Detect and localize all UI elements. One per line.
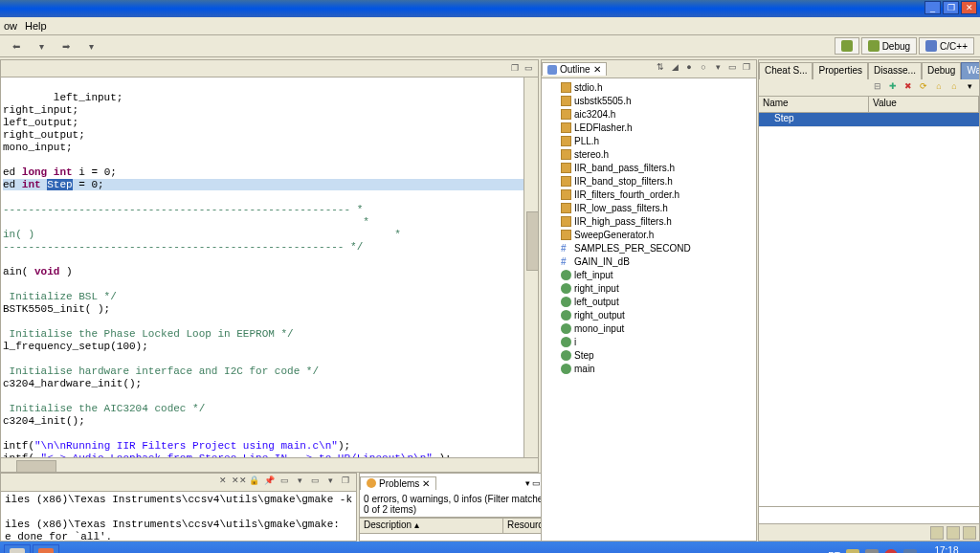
- include-icon: [561, 176, 571, 187]
- watch-tab[interactable]: Cheat S...: [759, 62, 813, 79]
- outline-item[interactable]: SAMPLES_PER_SECOND: [544, 241, 754, 254]
- outline-item[interactable]: right_output: [544, 308, 754, 321]
- perspective-ccpp[interactable]: C/C++: [919, 37, 974, 55]
- vertical-scrollbar[interactable]: [523, 77, 538, 457]
- watch-new-icon[interactable]: ⌂: [947, 81, 961, 95]
- tab-close-icon[interactable]: ✕: [422, 478, 430, 489]
- watch-tab[interactable]: Disasse...: [868, 62, 922, 79]
- tab-close-icon[interactable]: ✕: [593, 64, 601, 75]
- footer-btn2[interactable]: [947, 526, 960, 540]
- outline-max-icon[interactable]: ❐: [740, 62, 753, 76]
- tray-icon4[interactable]: [903, 549, 917, 553]
- watch-expression-input[interactable]: [759, 506, 979, 523]
- taskbar-app1[interactable]: [4, 544, 31, 553]
- variable-icon: [561, 337, 571, 347]
- console-new-icon[interactable]: ▾: [293, 476, 306, 489]
- watch-home-icon[interactable]: ⌂: [932, 81, 946, 95]
- outline-item[interactable]: IIR_band_pass_filters.h: [544, 161, 754, 174]
- outline-item[interactable]: IIR_high_pass_filters.h: [544, 214, 754, 228]
- outline-sort-icon[interactable]: ⇅: [654, 62, 667, 76]
- open-perspective-button[interactable]: [835, 37, 859, 55]
- nav-fwd-button[interactable]: ➡: [56, 37, 77, 55]
- tray-icon2[interactable]: [865, 549, 879, 553]
- outline-tab[interactable]: Outline ✕: [542, 62, 607, 76]
- tray-icon1[interactable]: [846, 549, 859, 553]
- console-lock-icon[interactable]: 🔒: [247, 476, 260, 489]
- outline-item[interactable]: IIR_band_stop_filters.h: [544, 174, 754, 188]
- footer-btn1[interactable]: [930, 526, 944, 540]
- remove-all-button[interactable]: ✕✕: [232, 476, 245, 489]
- tray-clock[interactable]: 17:1828/04/2015: [923, 545, 970, 553]
- view-min-icon[interactable]: ▭: [532, 478, 541, 488]
- outline-item[interactable]: stdio.h: [544, 80, 754, 94]
- outline-item[interactable]: IIR_filters_fourth_order.h: [544, 188, 754, 201]
- outline-item[interactable]: aic3204.h: [544, 107, 754, 121]
- outline-item[interactable]: mono_input: [544, 321, 754, 335]
- outline-item[interactable]: usbstk5505.h: [544, 94, 754, 107]
- problems-tab[interactable]: Problems ✕: [360, 476, 436, 490]
- col-name[interactable]: Name: [759, 97, 869, 112]
- nav-back-menu[interactable]: ▾: [31, 37, 52, 55]
- outline-filter1-icon[interactable]: ◢: [668, 62, 681, 76]
- outline-label: IIR_high_pass_filters.h: [574, 216, 672, 227]
- remove-button[interactable]: ✕: [216, 476, 230, 489]
- editor-minimize-icon[interactable]: ▭: [523, 63, 534, 75]
- editor-maximize-icon[interactable]: ❐: [509, 63, 521, 75]
- outline-item[interactable]: Step: [544, 348, 754, 362]
- outline-item[interactable]: SweepGenerator.h: [544, 228, 754, 241]
- perspective-debug[interactable]: Debug: [861, 37, 917, 55]
- include-icon: [561, 109, 571, 120]
- console-min-icon[interactable]: ▾: [323, 476, 337, 489]
- console-open-icon[interactable]: ▭: [308, 476, 322, 489]
- outline-item[interactable]: left_output: [544, 295, 754, 308]
- outline-menu-icon[interactable]: ▾: [711, 62, 724, 76]
- nav-back-button[interactable]: ⬅: [6, 37, 27, 55]
- view-max-icon[interactable]: ❐: [339, 476, 352, 489]
- console-display-icon[interactable]: ▭: [278, 476, 291, 489]
- horizontal-scrollbar[interactable]: [1, 457, 538, 472]
- watch-var-name: Step: [759, 113, 875, 126]
- view-menu-icon[interactable]: ▾: [525, 478, 530, 488]
- console-output[interactable]: iles (x86)\Texas Instruments\ccsv4\utils…: [1, 492, 356, 541]
- outline-filter3-icon[interactable]: ○: [697, 62, 710, 76]
- outline-item[interactable]: GAIN_IN_dB: [544, 254, 754, 268]
- watch-collapse-icon[interactable]: ⊟: [871, 81, 884, 95]
- watch-add-icon[interactable]: ✚: [886, 81, 900, 95]
- maximize-button[interactable]: ❐: [943, 1, 959, 14]
- close-button[interactable]: ✕: [961, 1, 977, 14]
- minimize-button[interactable]: _: [924, 1, 941, 14]
- col-value[interactable]: Value: [869, 97, 979, 112]
- col-description[interactable]: Description ▴: [360, 519, 503, 533]
- watch-tab[interactable]: Watch (1) ✕: [961, 62, 979, 79]
- define-icon: [561, 256, 571, 267]
- tray-icon3[interactable]: [884, 549, 898, 553]
- outline-item[interactable]: main: [544, 362, 754, 375]
- outline-tree[interactable]: stdio.husbstk5505.haic3204.hLEDFlasher.h…: [542, 78, 756, 541]
- taskbar-app2[interactable]: [33, 544, 59, 553]
- watch-menu-icon[interactable]: ▾: [963, 81, 976, 95]
- watch-tab[interactable]: Debug: [922, 62, 961, 79]
- code-editor[interactable]: ❐ ▭ left_input; right_input; left_output…: [0, 59, 539, 473]
- menu-window[interactable]: ow: [4, 20, 17, 32]
- outline-item[interactable]: stereo.h: [544, 147, 754, 161]
- outline-min-icon[interactable]: ▭: [725, 62, 739, 76]
- watch-remove-icon[interactable]: ✖: [902, 81, 915, 95]
- outline-filter2-icon[interactable]: ●: [682, 62, 696, 76]
- include-icon: [561, 230, 571, 240]
- outline-item[interactable]: LEDFlasher.h: [544, 121, 754, 134]
- outline-item[interactable]: right_input: [544, 281, 754, 295]
- code-content[interactable]: left_input; right_input; left_output; ri…: [1, 77, 538, 457]
- console-pin-icon[interactable]: 📌: [262, 476, 276, 489]
- problems-table[interactable]: Description ▴ Resource: [360, 518, 553, 541]
- watch-refresh-icon[interactable]: ⟳: [917, 81, 930, 95]
- outline-item[interactable]: PLL.h: [544, 134, 754, 147]
- menu-help[interactable]: Help: [25, 20, 47, 32]
- outline-item[interactable]: left_input: [544, 268, 754, 281]
- outline-item[interactable]: i: [544, 335, 754, 348]
- watch-table[interactable]: Name Value Step: [759, 97, 979, 506]
- nav-fwd-menu[interactable]: ▾: [80, 37, 101, 55]
- footer-btn3[interactable]: [963, 526, 976, 540]
- watch-tab[interactable]: Properties: [813, 62, 868, 79]
- outline-item[interactable]: IIR_low_pass_filters.h: [544, 201, 754, 214]
- watch-row-step[interactable]: Step: [759, 113, 979, 127]
